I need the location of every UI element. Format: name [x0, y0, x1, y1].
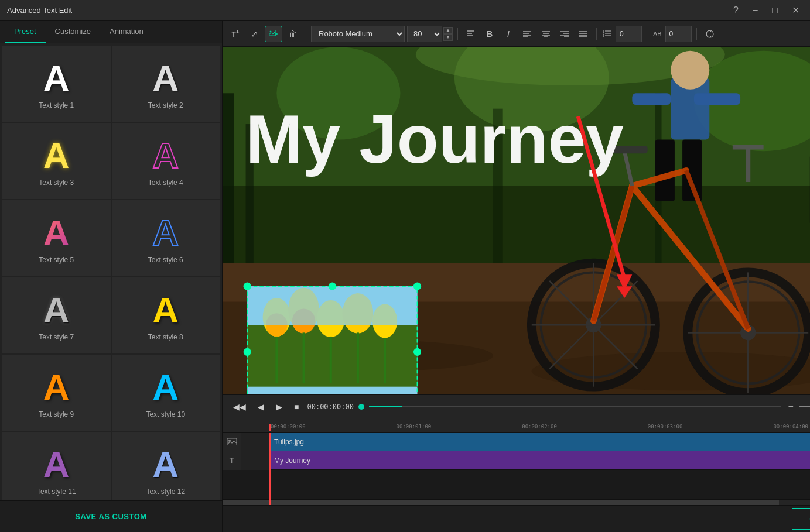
style-item-6[interactable]: A Text style 6 — [112, 200, 220, 276]
svg-point-105 — [413, 348, 421, 356]
bottom-bar: OK CANCEL — [223, 505, 810, 532]
track-text-icon: T — [223, 451, 241, 470]
style-item-2[interactable]: A Text style 2 — [112, 46, 220, 122]
ruler-time-0: 00:00:00:00 — [269, 424, 306, 430]
color-icon — [706, 30, 714, 38]
empty-track-area — [223, 470, 810, 499]
minimize-button[interactable]: − — [749, 4, 761, 17]
text-track-icon: T — [230, 457, 234, 465]
ok-button[interactable]: OK — [792, 508, 810, 530]
style-letter-10: A — [152, 369, 179, 406]
app-title: Advanced Text Edit — [7, 6, 730, 15]
image-track-icon — [227, 438, 237, 445]
timeline: 00:00:00:00 00:00:01:00 00:00:02:00 00:0… — [223, 418, 810, 505]
style-item-7[interactable]: A Text style 7 — [2, 277, 111, 353]
svg-marker-27 — [603, 32, 604, 33]
track-image-content[interactable]: Tulips.jpg — [269, 433, 810, 451]
italic-button[interactable]: I — [500, 26, 517, 42]
line-spacing-input[interactable] — [616, 26, 642, 42]
resize-icon: ⤢ — [251, 29, 258, 39]
svg-text:My Journey: My Journey — [246, 101, 624, 177]
add-text-icon: T+ — [231, 29, 239, 39]
preview-area[interactable]: My Journey — [223, 47, 810, 394]
tab-animation[interactable]: Animation — [100, 21, 153, 43]
align-center-button[interactable] — [538, 26, 554, 42]
style-letter-5: A — [43, 215, 70, 251]
style-label-7: Text style 7 — [39, 333, 74, 341]
style-item-8[interactable]: A Text style 8 — [112, 277, 220, 353]
background-scene: My Journey — [223, 47, 810, 394]
svg-point-48 — [671, 51, 709, 90]
progress-bar[interactable] — [369, 406, 781, 407]
add-image-button[interactable] — [265, 26, 282, 42]
align-right-button[interactable] — [556, 26, 573, 42]
font-family-select[interactable]: Roboto Medium — [311, 26, 405, 42]
svg-point-99 — [413, 283, 421, 290]
style-label-1: Text style 1 — [39, 101, 74, 109]
style-letter-8: A — [152, 292, 179, 328]
svg-rect-51 — [632, 93, 671, 105]
font-size-down[interactable]: ▼ — [443, 34, 453, 41]
style-letter-6: A — [152, 215, 179, 251]
maximize-button[interactable]: □ — [768, 4, 781, 17]
delete-button[interactable]: 🗑 — [285, 26, 301, 42]
style-item-1[interactable]: A Text style 1 — [2, 46, 111, 122]
zoom-thumb — [799, 406, 810, 407]
stop-button[interactable]: ■ — [290, 400, 302, 414]
text-spacing-button[interactable] — [463, 26, 479, 42]
style-label-3: Text style 3 — [39, 179, 74, 187]
delete-icon: 🗑 — [289, 29, 297, 39]
ruler-time-2: 00:00:02:00 — [522, 424, 557, 430]
tab-preset[interactable]: Preset — [5, 21, 46, 43]
char-spacing-input[interactable] — [665, 26, 692, 42]
track-image-icon — [223, 433, 241, 451]
timeline-track-image: Tulips.jpg — [223, 433, 810, 451]
skip-back-button[interactable]: ◀◀ — [230, 400, 250, 414]
separator-2 — [457, 28, 458, 40]
timeline-playhead-ruler — [269, 424, 271, 431]
timeline-scrollbar[interactable] — [223, 499, 810, 505]
video-preview: My Journey — [223, 47, 810, 394]
style-item-10[interactable]: A Text style 10 — [112, 355, 220, 431]
close-button[interactable]: ✕ — [788, 4, 803, 17]
ruler-time-3: 00:00:03:00 — [648, 424, 683, 430]
ruler-time-1: 00:00:01:00 — [397, 424, 432, 430]
color-button[interactable] — [702, 26, 718, 42]
text-clip[interactable]: My Journey — [269, 451, 810, 469]
help-button[interactable]: ? — [730, 4, 742, 17]
scrollbar-thumb — [223, 500, 779, 505]
align-left-icon — [523, 30, 531, 37]
svg-point-98 — [244, 283, 251, 290]
tabs-header: Preset Customize Animation — [0, 21, 222, 43]
play-button[interactable]: ▶ — [272, 400, 286, 414]
style-item-11[interactable]: A Text style 11 — [2, 432, 111, 500]
style-item-12[interactable]: A Text style 12 — [112, 432, 220, 500]
style-letter-1: A — [43, 60, 70, 97]
image-clip[interactable]: Tulips.jpg — [269, 433, 810, 451]
style-item-4[interactable]: A Text style 4 — [112, 123, 220, 199]
style-item-9[interactable]: A Text style 9 — [2, 355, 111, 431]
resize-button[interactable]: ⤢ — [246, 26, 262, 42]
add-text-button[interactable]: T+ — [227, 26, 244, 42]
svg-rect-52 — [694, 93, 740, 105]
line-spacing-icon — [603, 30, 612, 38]
style-item-3[interactable]: A Text style 3 — [2, 123, 111, 199]
track-image-label-col — [241, 433, 269, 451]
style-item-5[interactable]: A Text style 5 — [2, 200, 111, 276]
font-size-up[interactable]: ▲ — [443, 27, 453, 34]
bold-button[interactable]: B — [481, 26, 498, 42]
svg-rect-96 — [247, 286, 417, 325]
ruler-time-4: 00:00:04:00 — [773, 424, 808, 430]
style-label-9: Text style 9 — [39, 410, 74, 418]
zoom-bar[interactable] — [799, 406, 810, 407]
timeline-track-text: T My Journey — [223, 451, 810, 470]
save-as-custom-button[interactable]: SAVE AS CUSTOM — [6, 507, 216, 526]
tab-customize[interactable]: Customize — [46, 21, 100, 43]
zoom-out-button[interactable]: − — [785, 400, 795, 413]
track-text-content[interactable]: My Journey — [269, 451, 810, 469]
font-size-control: 80 ▲ ▼ — [407, 26, 453, 42]
align-left-button[interactable] — [519, 26, 535, 42]
font-size-select[interactable]: 80 — [407, 26, 442, 42]
align-justify-button[interactable] — [575, 26, 592, 42]
step-back-button[interactable]: ◀ — [254, 400, 268, 414]
